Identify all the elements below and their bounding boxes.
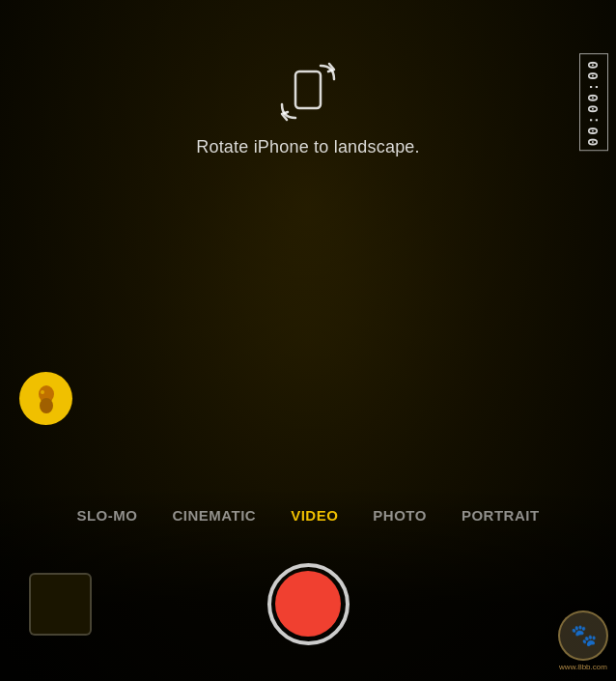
mode-photo[interactable]: PHOTO (355, 499, 444, 531)
shutter-button[interactable] (267, 563, 350, 645)
rotate-icon (274, 58, 342, 126)
shutter-inner (275, 571, 341, 637)
mode-cinematic[interactable]: CINEMATIC (154, 499, 273, 531)
watermark-url: www.8bb.com (559, 663, 607, 671)
mode-strip: SLO-MO CINEMATIC VIDEO PHOTO PORTRAIT (0, 490, 616, 541)
mode-video[interactable]: VIDEO (273, 499, 355, 531)
svg-point-3 (41, 390, 44, 394)
rotate-instruction-text: Rotate iPhone to landscape. (196, 137, 420, 157)
svg-point-2 (40, 398, 53, 413)
mode-portrait[interactable]: PORTRAIT (444, 499, 557, 531)
avatar[interactable] (19, 372, 72, 425)
watermark: 🐾 www.8bb.com (558, 610, 608, 671)
svg-rect-0 (295, 71, 321, 108)
timer-display: 00:00:00 (579, 53, 608, 151)
bottom-controls (0, 546, 616, 681)
photo-thumbnail[interactable] (29, 573, 92, 636)
camera-viewfinder: Rotate iPhone to landscape. 00:00:00 SLO… (0, 0, 616, 681)
mode-slo-mo[interactable]: SLO-MO (59, 499, 154, 531)
watermark-logo: 🐾 (558, 610, 608, 661)
rotate-icon-container: Rotate iPhone to landscape. (196, 58, 420, 157)
watermark-icon: 🐾 (571, 623, 597, 648)
rotate-instruction-area: Rotate iPhone to landscape. (0, 0, 616, 409)
